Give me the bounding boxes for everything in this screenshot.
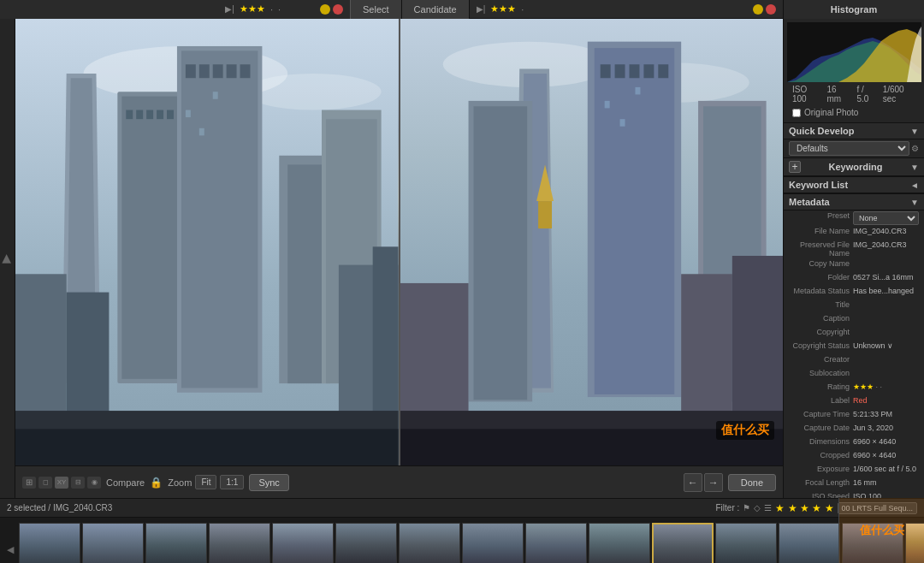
sublocation-row: Sublocation [784, 368, 924, 382]
film-thumb[interactable]: 7 [145, 523, 207, 564]
film-thumb[interactable]: 13 [525, 523, 587, 564]
select-image [15, 19, 399, 465]
svg-rect-30 [199, 128, 204, 136]
preset-row: Preset None [784, 210, 924, 226]
svg-rect-6 [136, 110, 143, 120]
keyword-list-header[interactable]: Keyword List ◄ [784, 177, 924, 193]
film-thumb[interactable]: 5 [19, 523, 80, 564]
yellow-circle-left[interactable] [320, 4, 330, 15]
svg-rect-18 [240, 64, 251, 78]
svg-rect-36 [594, 48, 673, 394]
svg-rect-15 [199, 64, 210, 78]
panel-right-dot1: · [521, 4, 524, 15]
film-thumb[interactable]: 9 [272, 523, 334, 564]
film-thumb[interactable]: 0:18 [335, 523, 397, 564]
defaults-settings-icon[interactable]: ⚙ [911, 144, 919, 153]
keywording-header[interactable]: + Keywording ▼ [784, 158, 924, 176]
select-panel[interactable] [15, 19, 400, 465]
sync-compare-btn[interactable]: Sync [249, 474, 288, 491]
keyword-list-arrow: ◄ [910, 181, 919, 190]
film-thumb[interactable]: 11 [399, 523, 460, 564]
title-row: Title [784, 299, 924, 313]
compare-icon[interactable]: XY [55, 477, 68, 489]
film-thumb[interactable]: 0:12 [462, 523, 524, 564]
left-panel-arrow[interactable]: ◀ [1, 254, 15, 264]
metadata-header[interactable]: Metadata ▼ [784, 194, 924, 210]
capture-time-row: Capture Time 5:21:33 PM [784, 409, 924, 423]
histogram-svg [787, 22, 921, 82]
film-thumb[interactable]: 8 [209, 523, 270, 564]
loupe-icon[interactable]: ◻ [38, 477, 52, 489]
quick-develop-section: Quick Develop ▼ Defaults ⚙ [784, 123, 924, 158]
filter-stars-display[interactable]: ★ ★ ★ ★ ★ [775, 502, 833, 514]
filter-list-icon[interactable]: ☰ [764, 503, 772, 513]
svg-rect-55 [604, 101, 609, 109]
grid-icon[interactable]: ⊞ [22, 477, 36, 489]
select-button[interactable]: Select [351, 0, 402, 19]
left-panel: ◀ [0, 19, 15, 498]
original-photo-checkbox[interactable] [792, 109, 801, 117]
keyword-list-section: Keyword List ◄ [784, 177, 924, 194]
svg-rect-17 [227, 64, 237, 78]
candidate-city-svg [400, 19, 784, 465]
right-nav-arrow[interactable]: → [704, 473, 723, 492]
filter-color-icon[interactable]: ◇ [754, 503, 761, 513]
iso-row: ISO Speed Rating ISO 100 [784, 491, 924, 498]
panel-left-dot1: · [270, 4, 273, 15]
add-keyword-btn[interactable]: + [789, 161, 801, 173]
panel-left-dot2: · [278, 4, 281, 15]
shutter-value: 1/600 sec [883, 85, 915, 104]
copyright-status-row: Copyright Status Unknown ∨ [784, 341, 924, 354]
svg-rect-8 [157, 110, 163, 120]
zoom-11-btn[interactable]: 1:1 [220, 475, 244, 489]
preset-dropdown[interactable]: None [853, 211, 919, 225]
zoom-fit-btn[interactable]: Fit [195, 475, 216, 489]
done-btn[interactable]: Done [728, 474, 776, 491]
exposure-row: Exposure 1/600 sec at f / 5.0 [784, 464, 924, 477]
keyword-list-title: Keyword List [789, 180, 848, 190]
survey-icon[interactable]: ⊟ [71, 477, 85, 489]
right-arrow-icon: → [708, 477, 719, 489]
histogram-section: ISO 100 16 mm f / 5.0 1/600 sec Original… [784, 19, 924, 123]
filter-flag-icon[interactable]: ⚑ [743, 503, 750, 513]
keywording-section: + Keywording ▼ [784, 158, 924, 177]
watermark: 值什么买 [716, 421, 774, 440]
film-thumb[interactable]: 0:21 [589, 523, 650, 564]
aperture-value: f / 5.0 [857, 85, 876, 104]
film-thumb[interactable]: 0:15 [715, 523, 777, 564]
filmstrip-left-arrow[interactable]: ◀ [3, 523, 17, 564]
film-thumb[interactable]: 6 [82, 523, 144, 564]
focal-length-row: Focal Length 16 mm [784, 477, 924, 491]
keywording-title: Keywording [829, 162, 883, 172]
original-photo-label: Original Photo [804, 108, 858, 117]
close-circle-left[interactable] [333, 4, 343, 15]
yellow-circle-right[interactable] [753, 4, 763, 15]
svg-rect-37 [600, 64, 610, 78]
copyright-row: Copyright [784, 327, 924, 341]
candidate-button[interactable]: Candidate [402, 0, 470, 19]
status-bar: 2 selected / IMG_2040.CR3 Filter : ⚑ ◇ ☰… [0, 498, 924, 517]
svg-rect-57 [635, 87, 640, 95]
film-thumb[interactable]: 17 [779, 523, 840, 564]
close-circle-right[interactable] [766, 4, 776, 15]
candidate-panel[interactable]: 值什么买 [400, 19, 784, 465]
quick-develop-arrow: ▼ [910, 127, 919, 136]
filename-row: File Name IMG_2040.CR3 [784, 226, 924, 240]
filmstrip-watermark: 值什么买 [838, 517, 924, 563]
cropped-row: Cropped 6960 × 4640 [784, 450, 924, 464]
copy-name-row: Copy Name [784, 258, 924, 272]
left-nav-arrow[interactable]: ← [684, 473, 702, 492]
people-icon[interactable]: ◉ [87, 477, 101, 489]
lock-icon: 🔒 [150, 477, 163, 489]
zoom-label: Zoom [168, 477, 192, 488]
caption-row: Caption [784, 313, 924, 327]
rating-row: Rating ★★★ · · [784, 382, 924, 395]
film-thumb[interactable]: 0:15 [652, 523, 714, 564]
label-row: Label Red [784, 395, 924, 409]
svg-rect-13 [181, 50, 258, 388]
quick-develop-header[interactable]: Quick Develop ▼ [784, 123, 924, 139]
svg-rect-5 [126, 110, 133, 120]
nav-arrows: ← → [684, 473, 723, 492]
defaults-dropdown[interactable]: Defaults [789, 141, 909, 156]
svg-rect-9 [167, 110, 174, 120]
